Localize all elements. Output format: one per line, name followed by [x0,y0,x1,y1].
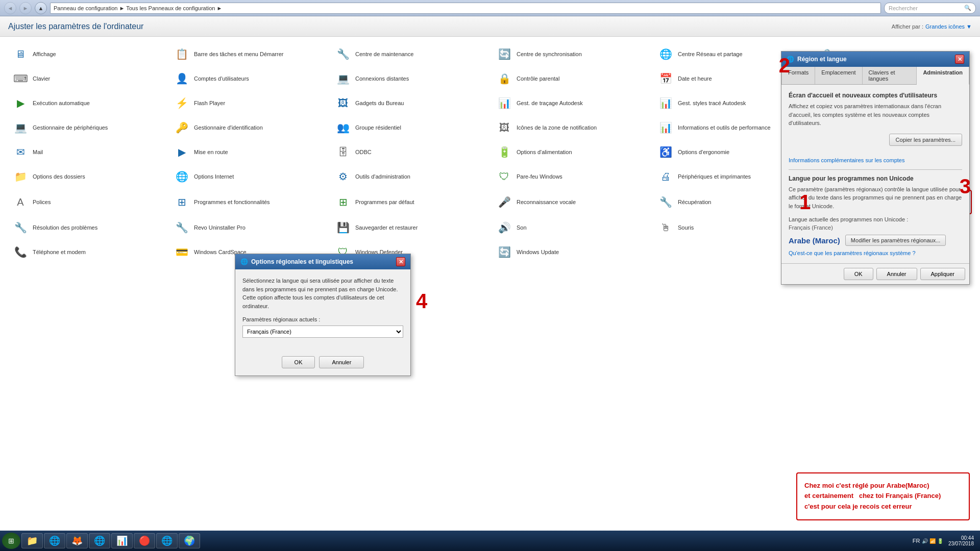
cp-item-programmes-fonct[interactable]: ⊞Programmes et fonctionnalités [169,190,327,214]
cp-item-telephone[interactable]: 📞Téléphone et modem [8,241,165,263]
cp-item-barres[interactable]: 📋Barre des tâches et menu Démarrer [169,43,327,65]
cp-item-centre-synchro[interactable]: 🔄Centre de synchronisation [492,43,649,65]
start-button[interactable]: ⊞ [2,533,20,549]
cp-item-controle[interactable]: 🔒Contrôle parental [492,67,649,90]
tab-administration[interactable]: Administration [917,67,969,85]
back-button[interactable]: ◄ [4,2,16,14]
gestionnaire-periph-label: Gestionnaire de périphériques [33,124,108,131]
cp-item-gadgets[interactable]: 🖼Gadgets du Bureau [331,92,488,114]
cp-item-centre-maintenance[interactable]: 🔧Centre de maintenance [331,43,488,65]
revo-label: Revo Uninstaller Pro [194,224,246,231]
taskbar-chrome[interactable]: 🌐 [89,533,110,548]
region-annuler-btn[interactable]: Annuler [876,268,917,280]
cp-item-mise-route[interactable]: ▶Mise en route [169,141,327,163]
cp-item-affichage[interactable]: 🖥Affichage [8,43,165,65]
dialog-select[interactable]: Français (France) [242,325,403,338]
app3-icon: 🌐 [161,535,173,547]
taskbar-app3[interactable]: 🌐 [156,533,178,548]
region-lang-big: Arabe (Maroc) [789,236,840,245]
cp-item-clavier[interactable]: ⌨Clavier [8,67,165,90]
taskbar-clock: 00:44 23/07/2018 [944,535,978,546]
gest-tracage-label: Gest. de traçage Autodesk [517,99,583,107]
cp-item-options-internet[interactable]: 🌐Options Internet [169,165,327,188]
execution-icon: ▶ [12,95,29,111]
address-bar[interactable]: Panneau de configuration ► Tous les Pann… [50,3,881,14]
mail-icon: ✉ [12,144,29,160]
cp-item-options-alim[interactable]: 🔋Options d'alimentation [492,141,649,163]
explorer-icon: 📁 [26,535,38,547]
info-link[interactable]: Informations complémentaires sur les com… [789,157,962,163]
cp-item-son[interactable]: 🔊Son [492,216,649,239]
dialog-body: Sélectionnez la langue qui sera utilisée… [235,269,410,352]
taskbar-firefox[interactable]: 🦊 [66,533,88,548]
up-button[interactable]: ▲ [35,2,47,14]
page-title: Ajuster les paramètres de l'ordinateur [8,22,143,31]
cp-item-comptes[interactable]: 👤Comptes d'utilisateurs [169,67,327,90]
cp-item-flash[interactable]: ⚡Flash Player [169,92,327,114]
resolution-icon: 🔧 [12,219,29,236]
dialog-annuler-btn[interactable]: Annuler [319,356,364,368]
region-panel-close[interactable]: ✕ [955,55,964,64]
sauvegarder-label: Sauvegarder et restaurer [355,224,418,231]
forward-button[interactable]: ► [19,2,32,14]
system-link[interactable]: Qu'est-ce que les paramètres régionaux s… [789,250,962,256]
cp-item-gest-tracage[interactable]: 📊Gest. de traçage Autodesk [492,92,649,114]
modify-btn[interactable]: Modifier les paramètres régionaux... [845,235,946,246]
cp-item-odbc[interactable]: 🗄ODBC [331,141,488,163]
cp-item-pare-feu[interactable]: 🛡Pare-feu Windows [492,165,649,188]
cp-item-programmes-defaut[interactable]: ⊞Programmes par défaut [331,190,488,214]
region-ok-btn[interactable]: OK [844,268,873,280]
cp-item-gestionnaire-ident[interactable]: 🔑Gestionnaire d'identification [169,116,327,139]
cp-item-groupe[interactable]: 👥Groupe résidentiel [331,116,488,139]
mise-route-label: Mise en route [194,148,228,156]
cp-item-connexions[interactable]: 💻Connexions distantes [331,67,488,90]
dialog-close[interactable]: ✕ [396,257,405,266]
gestionnaire-periph-icon: 💻 [12,119,29,136]
centre-synchro-label: Centre de synchronisation [517,51,582,58]
odbc-icon: 🗄 [335,144,351,160]
connexions-icon: 💻 [335,70,351,87]
comptes-label: Comptes d'utilisateurs [194,75,249,82]
cp-item-mail[interactable]: ✉Mail [8,141,165,163]
centre-maintenance-icon: 🔧 [335,46,351,62]
cp-item-resolution[interactable]: 🔧Résolution des problèmes [8,216,165,239]
section2-text: Ce paramètre (paramètres régionaux) cont… [789,185,962,211]
date-label: Date et heure [678,75,712,82]
taskbar-app4[interactable]: 🌍 [179,533,200,548]
cp-item-execution[interactable]: ▶Exécution automatique [8,92,165,114]
cp-item-gestionnaire-periph[interactable]: 💻Gestionnaire de périphériques [8,116,165,139]
dialog-ok-btn[interactable]: OK [282,356,315,368]
affichage-icon: 🖥 [12,46,29,62]
telephone-label: Téléphone et modem [33,248,86,256]
options-alim-icon: 🔋 [496,144,512,160]
cp-item-windows-update[interactable]: 🔄Windows Update [492,241,649,263]
gestionnaire-ident-label: Gestionnaire d'identification [194,124,263,131]
search-box[interactable]: Rechercher 🔍 [884,3,976,14]
view-mode-link[interactable]: Grandes icônes ▼ [925,23,972,30]
search-placeholder: Rechercher [889,5,918,11]
cp-item-sauvegarder[interactable]: 💾Sauvegarder et restaurer [331,216,488,239]
son-icon: 🔊 [496,219,512,236]
date-icon: 📅 [657,70,674,87]
annotation-2: 2 [779,55,790,76]
options-alim-label: Options d'alimentation [517,148,572,156]
taskbar-app2[interactable]: 🔴 [134,533,155,548]
taskbar-browser[interactable]: 🌐 [44,533,65,548]
cp-item-outils-admin[interactable]: ⚙Outils d'administration [331,165,488,188]
info-box: Chez moi c'est réglé pour Arabe(Maroc)et… [796,472,970,520]
programmes-defaut-icon: ⊞ [335,194,351,210]
cp-item-reconnaissance[interactable]: 🎤Reconnaissance vocale [492,190,649,214]
taskbar-explorer[interactable]: 📁 [21,533,43,548]
region-appliquer-btn[interactable]: Appliquer [920,268,965,280]
firefox-icon: 🦊 [71,535,83,547]
copy-params-btn[interactable]: Copier les paramètres... [889,134,962,146]
tab-emplacement[interactable]: Emplacement [815,67,862,84]
mail-label: Mail [33,148,43,156]
cp-item-options-dossiers[interactable]: 📁Options des dossiers [8,165,165,188]
tab-claviers[interactable]: Claviers et langues [863,67,917,84]
cp-item-polices[interactable]: APolices [8,190,165,214]
cp-item-revo[interactable]: 🔧Revo Uninstaller Pro [169,216,327,239]
cp-item-icones[interactable]: 🖼Icônes de la zone de notification [492,116,649,139]
periph-imprim-label: Périphériques et imprimantes [678,173,751,180]
taskbar-app1[interactable]: 📊 [111,533,133,548]
